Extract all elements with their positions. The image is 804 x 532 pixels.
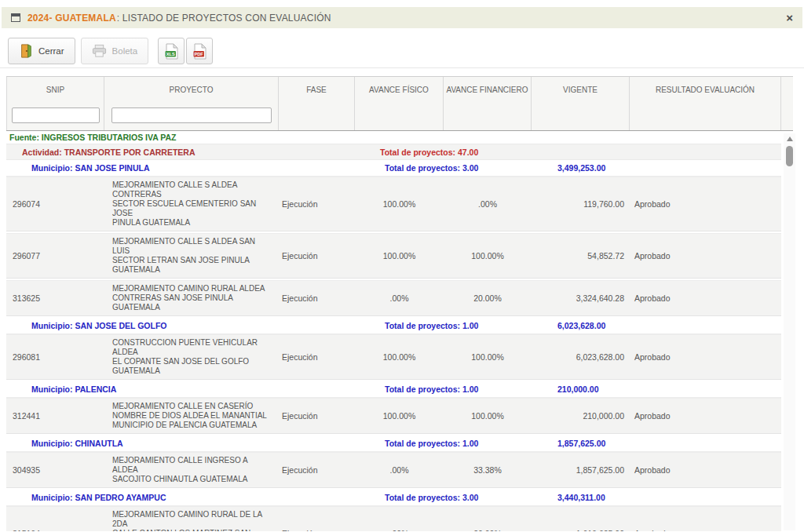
cell-avance-financiero: 100.00% <box>444 411 532 421</box>
municipio-row: Municipio: SAN JOSE DEL GOLFOTotal de pr… <box>6 318 781 334</box>
column-header-avance-financiero[interactable]: AVANCE FINANCIERO <box>444 77 532 130</box>
municipio-row: Municipio: CHINAUTLATotal de proyectos: … <box>6 435 781 452</box>
cell-fase: Ejecución <box>279 411 355 421</box>
cell-fase: Ejecución <box>279 529 355 531</box>
cell-avance-financiero: 20.00% <box>444 529 532 531</box>
vertical-scrollbar[interactable] <box>784 133 795 530</box>
cell-avance-fisico: 100.00% <box>355 352 444 362</box>
window-titlebar: 2024- GUATEMALA : LISTADO DE PROYECTOS C… <box>2 7 802 28</box>
cell-vigente: 119,760.00 <box>532 199 630 209</box>
cell-vigente: 1,616,625.00 <box>532 529 630 531</box>
column-header-snip[interactable]: SNIP <box>6 77 104 130</box>
table-row[interactable]: 304935MEJORAMIENTO CALLE INGRESO A ALDEA… <box>6 452 781 488</box>
cell-avance-financiero: .00% <box>444 199 532 209</box>
scrollbar-thumb[interactable] <box>786 146 793 166</box>
cell-avance-financiero: 100.00% <box>444 352 532 362</box>
column-header-fase[interactable]: FASE <box>279 77 355 130</box>
cell-snip: 315164 <box>6 529 104 531</box>
cell-vigente: 54,852.72 <box>532 251 630 261</box>
municipio-vigente-total: 210,000.00 <box>557 384 599 394</box>
cell-resultado-evaluacion: Aprobado <box>630 465 781 475</box>
column-header-resultado-evaluacion[interactable]: RESULTADO EVALUACIÓN <box>630 77 781 130</box>
toolbar: Cerrar Boleta XLS <box>0 35 804 68</box>
municipio-total: Total de proyectos: 1.00 <box>385 384 478 394</box>
municipio-label: Municipio: CHINAUTLA <box>31 439 123 448</box>
cell-fase: Ejecución <box>279 199 355 209</box>
cell-fase: Ejecución <box>279 352 355 362</box>
municipio-vigente-total: 3,440,311.00 <box>557 493 605 502</box>
cell-avance-fisico: .00% <box>355 529 444 531</box>
pdf-icon-label: PDF <box>194 51 203 56</box>
cell-proyecto: MEJORAMIENTO CALLE S ALDEA SAN LUIS SECT… <box>104 237 279 275</box>
cell-avance-fisico: 100.00% <box>355 199 444 209</box>
cell-resultado-evaluacion: Aprobado <box>630 199 781 209</box>
cerrar-button[interactable]: Cerrar <box>8 38 75 64</box>
window-title-year: 2024- GUATEMALA <box>27 13 116 24</box>
xls-icon-label: XLS <box>166 51 174 56</box>
municipio-row: Municipio: SAN JOSE PINULATotal de proye… <box>6 160 781 177</box>
table-row[interactable]: 315164MEJORAMIENTO CAMINO RURAL DE LA 2D… <box>6 506 781 531</box>
municipio-label: Municipio: SAN JOSE PINULA <box>31 163 150 173</box>
cell-resultado-evaluacion: Aprobado <box>630 352 781 362</box>
grid-body: Fuente: INGRESOS TRIBUTARIOS IVA PAZActi… <box>6 131 781 531</box>
proyecto-filter-input[interactable] <box>111 107 272 123</box>
xls-file-icon: XLS <box>165 43 178 60</box>
window-title: : LISTADO DE PROYECTOS CON EVALUACIÓN <box>117 13 331 24</box>
table-row[interactable]: 312441MEJORAMIENTO CALLE EN CASERÍO NOMB… <box>6 398 781 434</box>
actividad-row: Actividad: TRANSPORTE POR CARRETERATotal… <box>6 144 781 160</box>
actividad-total: Total de proyectos: 47.00 <box>380 148 478 157</box>
column-header-filler <box>781 77 793 130</box>
column-header-avance-fisico[interactable]: AVANCE FÍSICO <box>355 77 444 130</box>
municipio-total: Total de proyectos: 1.00 <box>385 439 478 448</box>
column-header-proyecto[interactable]: PROYECTO <box>104 77 279 130</box>
cell-snip: 296077 <box>6 251 104 261</box>
cell-snip: 296074 <box>6 199 104 209</box>
close-icon[interactable]: × <box>786 13 793 24</box>
table-row[interactable]: 296081CONSTRUCCION PUENTE VEHICULAR ALDE… <box>6 334 781 380</box>
municipio-vigente-total: 1,857,625.00 <box>557 439 605 448</box>
pdf-file-icon: PDF <box>193 43 206 60</box>
cell-vigente: 210,000.00 <box>532 411 630 421</box>
cell-fase: Ejecución <box>279 293 355 303</box>
municipio-vigente-total: 6,023,628.00 <box>557 321 605 330</box>
municipio-vigente-total: 3,499,253.00 <box>557 163 605 173</box>
door-exit-icon <box>19 43 33 59</box>
printer-icon <box>92 44 107 58</box>
table-row[interactable]: 296077MEJORAMIENTO CALLE S ALDEA SAN LUI… <box>6 233 781 279</box>
export-pdf-button[interactable]: PDF <box>186 38 213 64</box>
cell-vigente: 1,857,625.00 <box>532 465 630 475</box>
municipio-total: Total de proyectos: 3.00 <box>385 163 478 173</box>
municipio-label: Municipio: SAN JOSE DEL GOLFO <box>31 321 166 330</box>
projects-grid: SNIP PROYECTO FASE AVANCE FÍSICO AVANCE … <box>6 76 793 531</box>
boleta-button-label: Boleta <box>112 46 138 56</box>
cell-vigente: 3,324,640.28 <box>532 293 630 303</box>
cell-proyecto: MEJORAMIENTO CAMINO RURAL ALDEA CONTRERA… <box>104 284 279 312</box>
fuente-row: Fuente: INGRESOS TRIBUTARIOS IVA PAZ <box>6 131 781 144</box>
cell-resultado-evaluacion: Aprobado <box>630 251 781 261</box>
cell-snip: 312441 <box>6 411 104 421</box>
cell-proyecto: MEJORAMIENTO CALLE S ALDEA CONTRERAS SEC… <box>104 180 279 228</box>
cell-fase: Ejecución <box>279 465 355 475</box>
actividad-label: Actividad: TRANSPORTE POR CARRETERA <box>22 148 196 157</box>
cell-snip: 304935 <box>6 465 104 475</box>
cell-avance-fisico: 100.00% <box>355 411 444 421</box>
cell-avance-financiero: 20.00% <box>444 293 532 303</box>
grid-header: SNIP PROYECTO FASE AVANCE FÍSICO AVANCE … <box>6 76 793 131</box>
table-row[interactable]: 296074MEJORAMIENTO CALLE S ALDEA CONTRER… <box>6 177 781 231</box>
window-icon <box>11 13 20 22</box>
column-header-vigente[interactable]: VIGENTE <box>532 77 630 130</box>
municipio-total: Total de proyectos: 3.00 <box>385 493 478 502</box>
table-row[interactable]: 313625MEJORAMIENTO CAMINO RURAL ALDEA CO… <box>6 280 781 316</box>
export-xls-button[interactable]: XLS <box>158 38 185 64</box>
cell-resultado-evaluacion: Aprobado <box>630 293 781 303</box>
municipio-label: Municipio: PALENCIA <box>31 384 116 394</box>
boleta-button[interactable]: Boleta <box>81 38 149 64</box>
municipio-total: Total de proyectos: 1.00 <box>385 321 478 330</box>
fuente-label: Fuente: INGRESOS TRIBUTARIOS IVA PAZ <box>9 133 177 142</box>
municipio-row: Municipio: PALENCIATotal de proyectos: 1… <box>6 381 781 398</box>
snip-filter-input[interactable] <box>12 107 100 123</box>
cell-avance-fisico: 100.00% <box>355 251 444 261</box>
cell-resultado-evaluacion: Aprobado <box>630 411 781 421</box>
scroll-up-arrow-icon[interactable] <box>784 133 795 144</box>
municipio-row: Municipio: SAN PEDRO AYAMPUCTotal de pro… <box>6 490 781 506</box>
